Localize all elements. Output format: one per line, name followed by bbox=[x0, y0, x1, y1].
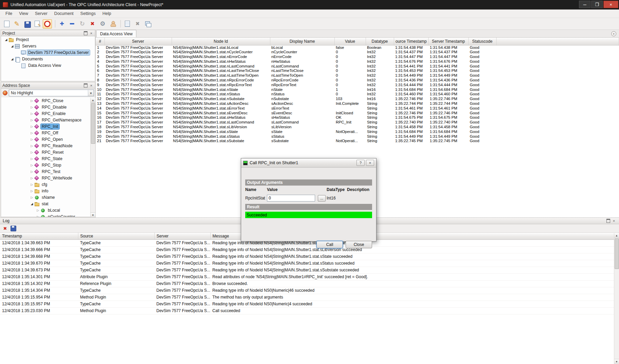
log-row[interactable]: 12/4/2018 1:34:39.670 PM TypeCache DevSi… bbox=[0, 260, 619, 267]
table-row[interactable]: 16 DevSim 7577 FreeOpcUa Server NS4|Stri… bbox=[96, 115, 619, 120]
dialog-help-button[interactable]: ? bbox=[356, 160, 365, 166]
expander-icon[interactable] bbox=[30, 144, 34, 148]
scrollbar-thumb[interactable] bbox=[91, 103, 95, 144]
address-space-scrollbar[interactable]: ▲ ▼ bbox=[90, 98, 95, 217]
scroll-down-icon[interactable]: ▼ bbox=[91, 212, 96, 217]
call-button[interactable]: Call bbox=[316, 241, 343, 248]
tree-item[interactable]: info bbox=[1, 188, 95, 194]
address-space-panel-header[interactable]: Address Space × bbox=[1, 82, 95, 89]
expander-icon[interactable] bbox=[30, 151, 34, 154]
scrollbar-thumb[interactable] bbox=[615, 238, 619, 269]
column-header[interactable]: Node Id bbox=[172, 38, 270, 45]
expander-icon[interactable] bbox=[30, 131, 34, 135]
delete-icon[interactable] bbox=[88, 19, 97, 28]
remove-server-icon[interactable] bbox=[67, 19, 77, 28]
tree-item[interactable]: RPC_State bbox=[1, 155, 95, 162]
tree-item[interactable]: Data Access View bbox=[1, 62, 95, 69]
close-panel-icon[interactable]: × bbox=[89, 83, 94, 88]
log-column-header[interactable]: Source bbox=[78, 233, 154, 240]
expander-icon[interactable] bbox=[30, 118, 34, 122]
table-row[interactable]: 7 DevSim 7577 FreeOpcUa Server NS4|Strin… bbox=[96, 73, 619, 78]
expander-icon[interactable] bbox=[36, 215, 40, 217]
tab-data-access-view[interactable]: Data Access View bbox=[96, 30, 136, 37]
tree-item[interactable]: RPC_Stop bbox=[1, 162, 95, 168]
menu-item[interactable]: Server bbox=[32, 10, 51, 17]
expander-icon[interactable] bbox=[30, 125, 34, 128]
clear-log-icon[interactable] bbox=[1, 225, 9, 232]
close-button[interactable]: × bbox=[603, 1, 618, 8]
document-view-icon[interactable] bbox=[123, 19, 132, 28]
column-header[interactable]: Server bbox=[104, 38, 172, 45]
tree-item[interactable]: cfg bbox=[1, 181, 95, 188]
table-row[interactable]: 18 DevSim 7577 FreeOpcUa Server NS4|Stri… bbox=[96, 125, 619, 130]
float-panel-icon[interactable] bbox=[83, 31, 88, 36]
tree-item[interactable]: RPC_ReadNode bbox=[1, 142, 95, 149]
table-row[interactable]: 3 DevSim 7577 FreeOpcUa Server NS4|Strin… bbox=[96, 55, 619, 59]
menu-item[interactable]: File bbox=[2, 10, 16, 17]
table-row[interactable]: 19 DevSim 7577 FreeOpcUa Server NS4|Stri… bbox=[96, 130, 619, 134]
remove-document-icon[interactable] bbox=[133, 19, 142, 28]
expander-icon[interactable] bbox=[30, 176, 34, 180]
expander-icon[interactable] bbox=[30, 99, 34, 102]
maximize-button[interactable]: ❐ bbox=[591, 1, 603, 8]
tree-item[interactable]: Documents bbox=[1, 56, 95, 62]
table-row[interactable]: 11 DevSim 7577 FreeOpcUa Server NS4|Stri… bbox=[96, 92, 619, 97]
expander-icon[interactable] bbox=[30, 196, 34, 199]
expander-icon[interactable] bbox=[30, 170, 34, 173]
cascade-windows-icon[interactable] bbox=[143, 19, 152, 28]
close-tab-icon[interactable]: × bbox=[611, 31, 616, 36]
column-header[interactable]: Statuscode bbox=[468, 38, 496, 45]
expander-icon[interactable] bbox=[30, 106, 34, 109]
expander-icon[interactable] bbox=[30, 202, 34, 206]
project-panel-header[interactable]: Project × bbox=[1, 30, 95, 36]
save-icon[interactable] bbox=[22, 19, 32, 28]
table-row[interactable]: 4 DevSim 7577 FreeOpcUa Server NS4|Strin… bbox=[96, 59, 619, 64]
minimize-button[interactable]: ─ bbox=[579, 1, 591, 8]
float-panel-icon[interactable] bbox=[606, 218, 611, 223]
argument-value-input[interactable] bbox=[267, 195, 315, 202]
settings-icon[interactable] bbox=[98, 19, 107, 28]
expander-icon[interactable] bbox=[30, 112, 34, 115]
save-log-icon[interactable] bbox=[9, 225, 17, 232]
expander-icon[interactable] bbox=[30, 183, 34, 186]
table-row[interactable]: 21 DevSim 7577 FreeOpcUa Server NS4|Stri… bbox=[96, 139, 619, 143]
dialog-titlebar[interactable]: Call RPC_Init on Shutter1 ? × bbox=[241, 158, 376, 168]
log-scrollbar[interactable]: ▲ ▼ bbox=[614, 233, 619, 364]
expander-icon[interactable] bbox=[36, 209, 40, 212]
column-header[interactable]: # bbox=[96, 38, 104, 45]
edit-document-icon[interactable] bbox=[33, 19, 42, 28]
tree-item[interactable]: RPC_Off bbox=[1, 130, 95, 136]
table-row[interactable]: 1 DevSim 7577 FreeOpcUa Server NS4|Strin… bbox=[96, 45, 619, 50]
tree-item[interactable]: nCycleCounter bbox=[1, 213, 95, 217]
tree-item[interactable]: Servers bbox=[1, 43, 95, 49]
float-panel-icon[interactable] bbox=[83, 83, 88, 88]
table-row[interactable]: 20 DevSim 7577 FreeOpcUa Server NS4|Stri… bbox=[96, 134, 619, 139]
table-row[interactable]: 12 DevSim 7577 FreeOpcUa Server NS4|Stri… bbox=[96, 97, 619, 101]
dialog-close-icon[interactable]: × bbox=[366, 160, 374, 166]
tree-item[interactable]: RPC_Disable bbox=[1, 104, 95, 110]
close-dialog-button[interactable]: Close bbox=[346, 241, 372, 248]
refresh-icon[interactable] bbox=[78, 19, 87, 28]
log-column-header[interactable]: Timestamp bbox=[0, 233, 78, 240]
scroll-up-icon[interactable]: ▲ bbox=[91, 98, 96, 103]
table-row[interactable]: 5 DevSim 7577 FreeOpcUa Server NS4|Strin… bbox=[96, 64, 619, 69]
menu-item[interactable]: Help bbox=[99, 10, 115, 17]
column-header[interactable]: Server Timestamp bbox=[428, 38, 468, 45]
tree-item[interactable]: RPC_Close bbox=[1, 97, 95, 104]
tree-item[interactable]: RPC_Open bbox=[1, 136, 95, 142]
log-row[interactable]: 12/4/2018 1:34:39.673 PM TypeCache DevSi… bbox=[0, 267, 619, 273]
table-row[interactable]: 13 DevSim 7577 FreeOpcUa Server NS4|Stri… bbox=[96, 101, 619, 106]
column-header[interactable]: Value bbox=[334, 38, 366, 45]
expander-icon[interactable] bbox=[30, 189, 34, 193]
log-row[interactable]: 12/4/2018 1:35:14.302 PM Reference Plugi… bbox=[0, 280, 619, 287]
tree-item[interactable]: RPC_Test bbox=[1, 168, 95, 175]
new-document-icon[interactable] bbox=[2, 19, 11, 28]
table-row[interactable]: 15 DevSim 7577 FreeOpcUa Server NS4|Stri… bbox=[96, 111, 619, 116]
tree-item[interactable]: RPC_GetNamespace bbox=[1, 117, 95, 123]
table-row[interactable]: 9 DevSim 7577 FreeOpcUa Server NS4|Strin… bbox=[96, 83, 619, 88]
disconnect-server-icon[interactable] bbox=[43, 19, 52, 28]
expander-icon[interactable] bbox=[10, 57, 15, 61]
menu-item[interactable]: View bbox=[16, 10, 32, 17]
log-row[interactable]: 12/4/2018 1:35:15.954 PM Method Plugin D… bbox=[0, 294, 619, 301]
column-header[interactable]: Display Name bbox=[270, 38, 334, 45]
